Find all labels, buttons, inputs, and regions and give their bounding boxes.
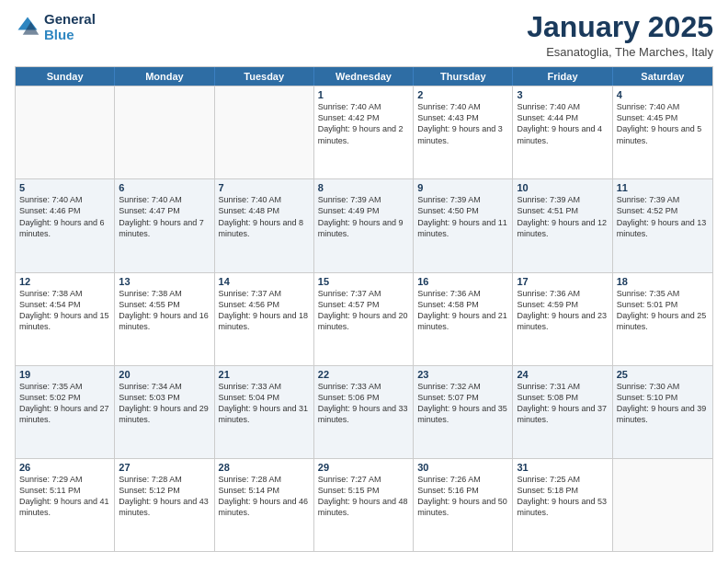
- header-day-thursday: Thursday: [414, 67, 513, 86]
- day-number: 13: [119, 276, 210, 287]
- day-number: 16: [417, 276, 508, 287]
- calendar-cell-empty: [16, 86, 115, 178]
- calendar-cell-23: 23Sunrise: 7:32 AM Sunset: 5:07 PM Dayli…: [414, 366, 513, 458]
- calendar-cell-26: 26Sunrise: 7:29 AM Sunset: 5:11 PM Dayli…: [16, 459, 115, 551]
- page: General Blue January 2025 Esanatoglia, T…: [0, 0, 728, 563]
- header-day-wednesday: Wednesday: [314, 67, 414, 86]
- calendar-cell-24: 24Sunrise: 7:31 AM Sunset: 5:08 PM Dayli…: [513, 366, 612, 458]
- cell-text: Sunrise: 7:40 AM Sunset: 4:44 PM Dayligh…: [517, 101, 608, 146]
- calendar-cell-18: 18Sunrise: 7:35 AM Sunset: 5:01 PM Dayli…: [613, 273, 712, 365]
- day-number: 9: [417, 182, 508, 193]
- month-title: January 2025: [527, 11, 713, 43]
- cell-text: Sunrise: 7:40 AM Sunset: 4:46 PM Dayligh…: [19, 194, 110, 239]
- cell-text: Sunrise: 7:40 AM Sunset: 4:48 PM Dayligh…: [219, 194, 310, 239]
- cell-text: Sunrise: 7:31 AM Sunset: 5:08 PM Dayligh…: [517, 381, 608, 426]
- calendar-cell-9: 9Sunrise: 7:39 AM Sunset: 4:50 PM Daylig…: [414, 179, 513, 271]
- cell-text: Sunrise: 7:38 AM Sunset: 4:54 PM Dayligh…: [19, 288, 110, 333]
- day-number: 30: [417, 462, 508, 473]
- calendar-row-3: 19Sunrise: 7:35 AM Sunset: 5:02 PM Dayli…: [16, 365, 712, 458]
- calendar-header: SundayMondayTuesdayWednesdayThursdayFrid…: [16, 67, 712, 86]
- day-number: 3: [517, 89, 608, 100]
- cell-text: Sunrise: 7:35 AM Sunset: 5:01 PM Dayligh…: [617, 288, 709, 333]
- cell-text: Sunrise: 7:38 AM Sunset: 4:55 PM Dayligh…: [119, 288, 210, 333]
- cell-text: Sunrise: 7:39 AM Sunset: 4:52 PM Dayligh…: [617, 194, 709, 239]
- calendar-cell-11: 11Sunrise: 7:39 AM Sunset: 4:52 PM Dayli…: [613, 179, 712, 271]
- day-number: 4: [617, 89, 709, 100]
- cell-text: Sunrise: 7:32 AM Sunset: 5:07 PM Dayligh…: [417, 381, 508, 426]
- calendar-cell-31: 31Sunrise: 7:25 AM Sunset: 5:18 PM Dayli…: [513, 459, 612, 551]
- calendar-row-0: 1Sunrise: 7:40 AM Sunset: 4:42 PM Daylig…: [16, 86, 712, 178]
- day-number: 11: [617, 182, 709, 193]
- logo: General Blue: [15, 11, 96, 42]
- cell-text: Sunrise: 7:40 AM Sunset: 4:42 PM Dayligh…: [318, 101, 409, 146]
- cell-text: Sunrise: 7:39 AM Sunset: 4:50 PM Dayligh…: [417, 194, 508, 239]
- calendar-cell-25: 25Sunrise: 7:30 AM Sunset: 5:10 PM Dayli…: [613, 366, 712, 458]
- cell-text: Sunrise: 7:26 AM Sunset: 5:16 PM Dayligh…: [417, 474, 508, 519]
- calendar-cell-17: 17Sunrise: 7:36 AM Sunset: 4:59 PM Dayli…: [513, 273, 612, 365]
- calendar-cell-empty: [115, 86, 214, 178]
- day-number: 21: [219, 369, 310, 380]
- calendar-cell-27: 27Sunrise: 7:28 AM Sunset: 5:12 PM Dayli…: [115, 459, 214, 551]
- calendar-cell-empty: [613, 459, 712, 551]
- cell-text: Sunrise: 7:33 AM Sunset: 5:06 PM Dayligh…: [318, 381, 409, 426]
- day-number: 6: [119, 182, 210, 193]
- calendar-cell-3: 3Sunrise: 7:40 AM Sunset: 4:44 PM Daylig…: [513, 86, 612, 178]
- day-number: 18: [617, 276, 709, 287]
- header-day-sunday: Sunday: [16, 67, 115, 86]
- calendar-cell-21: 21Sunrise: 7:33 AM Sunset: 5:04 PM Dayli…: [215, 366, 314, 458]
- day-number: 26: [19, 462, 110, 473]
- day-number: 22: [318, 369, 409, 380]
- day-number: 28: [219, 462, 310, 473]
- cell-text: Sunrise: 7:37 AM Sunset: 4:57 PM Dayligh…: [318, 288, 409, 333]
- day-number: 12: [19, 276, 110, 287]
- calendar-cell-28: 28Sunrise: 7:28 AM Sunset: 5:14 PM Dayli…: [215, 459, 314, 551]
- cell-text: Sunrise: 7:40 AM Sunset: 4:43 PM Dayligh…: [417, 101, 508, 146]
- calendar-cell-4: 4Sunrise: 7:40 AM Sunset: 4:45 PM Daylig…: [613, 86, 712, 178]
- cell-text: Sunrise: 7:27 AM Sunset: 5:15 PM Dayligh…: [318, 474, 409, 519]
- title-area: January 2025 Esanatoglia, The Marches, I…: [527, 11, 713, 59]
- day-number: 25: [617, 369, 709, 380]
- cell-text: Sunrise: 7:39 AM Sunset: 4:51 PM Dayligh…: [517, 194, 608, 239]
- day-number: 5: [19, 182, 110, 193]
- calendar-cell-29: 29Sunrise: 7:27 AM Sunset: 5:15 PM Dayli…: [314, 459, 414, 551]
- day-number: 19: [19, 369, 110, 380]
- calendar-cell-8: 8Sunrise: 7:39 AM Sunset: 4:49 PM Daylig…: [314, 179, 414, 271]
- calendar-row-4: 26Sunrise: 7:29 AM Sunset: 5:11 PM Dayli…: [16, 458, 712, 551]
- calendar-cell-30: 30Sunrise: 7:26 AM Sunset: 5:16 PM Dayli…: [414, 459, 513, 551]
- calendar-cell-16: 16Sunrise: 7:36 AM Sunset: 4:58 PM Dayli…: [414, 273, 513, 365]
- calendar-cell-empty: [215, 86, 314, 178]
- calendar-cell-6: 6Sunrise: 7:40 AM Sunset: 4:47 PM Daylig…: [115, 179, 214, 271]
- calendar-cell-19: 19Sunrise: 7:35 AM Sunset: 5:02 PM Dayli…: [16, 366, 115, 458]
- day-number: 24: [517, 369, 608, 380]
- calendar-cell-22: 22Sunrise: 7:33 AM Sunset: 5:06 PM Dayli…: [314, 366, 414, 458]
- calendar-cell-7: 7Sunrise: 7:40 AM Sunset: 4:48 PM Daylig…: [215, 179, 314, 271]
- day-number: 14: [219, 276, 310, 287]
- cell-text: Sunrise: 7:28 AM Sunset: 5:12 PM Dayligh…: [119, 474, 210, 519]
- subtitle: Esanatoglia, The Marches, Italy: [527, 45, 713, 59]
- day-number: 1: [318, 89, 409, 100]
- calendar-cell-15: 15Sunrise: 7:37 AM Sunset: 4:57 PM Dayli…: [314, 273, 414, 365]
- calendar-cell-13: 13Sunrise: 7:38 AM Sunset: 4:55 PM Dayli…: [115, 273, 214, 365]
- cell-text: Sunrise: 7:40 AM Sunset: 4:45 PM Dayligh…: [617, 101, 709, 146]
- cell-text: Sunrise: 7:35 AM Sunset: 5:02 PM Dayligh…: [19, 381, 110, 426]
- day-number: 10: [517, 182, 608, 193]
- cell-text: Sunrise: 7:30 AM Sunset: 5:10 PM Dayligh…: [617, 381, 709, 426]
- cell-text: Sunrise: 7:36 AM Sunset: 4:59 PM Dayligh…: [517, 288, 608, 333]
- logo-icon: [15, 14, 40, 40]
- calendar-cell-5: 5Sunrise: 7:40 AM Sunset: 4:46 PM Daylig…: [16, 179, 115, 271]
- cell-text: Sunrise: 7:37 AM Sunset: 4:56 PM Dayligh…: [219, 288, 310, 333]
- calendar-cell-20: 20Sunrise: 7:34 AM Sunset: 5:03 PM Dayli…: [115, 366, 214, 458]
- day-number: 29: [318, 462, 409, 473]
- day-number: 27: [119, 462, 210, 473]
- day-number: 2: [417, 89, 508, 100]
- cell-text: Sunrise: 7:34 AM Sunset: 5:03 PM Dayligh…: [119, 381, 210, 426]
- cell-text: Sunrise: 7:36 AM Sunset: 4:58 PM Dayligh…: [417, 288, 508, 333]
- calendar-cell-12: 12Sunrise: 7:38 AM Sunset: 4:54 PM Dayli…: [16, 273, 115, 365]
- header: General Blue January 2025 Esanatoglia, T…: [15, 11, 713, 59]
- logo-text: General Blue: [44, 11, 96, 42]
- calendar-row-2: 12Sunrise: 7:38 AM Sunset: 4:54 PM Dayli…: [16, 272, 712, 365]
- day-number: 23: [417, 369, 508, 380]
- calendar: SundayMondayTuesdayWednesdayThursdayFrid…: [15, 66, 713, 552]
- cell-text: Sunrise: 7:40 AM Sunset: 4:47 PM Dayligh…: [119, 194, 210, 239]
- calendar-cell-1: 1Sunrise: 7:40 AM Sunset: 4:42 PM Daylig…: [314, 86, 414, 178]
